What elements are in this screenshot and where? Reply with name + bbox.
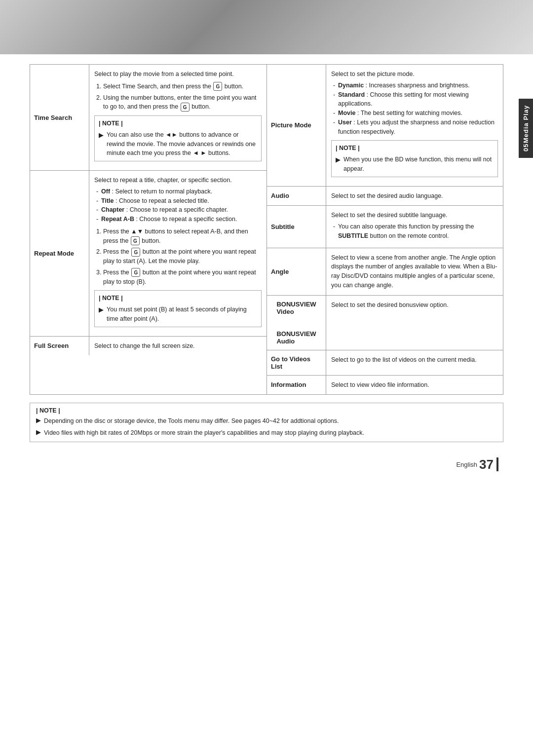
time-search-step1: Select Time Search, and then press the G…: [103, 82, 262, 91]
note-title-3: | NOTE |: [336, 144, 494, 153]
note-text-1: You can also use the ◄► buttons to advan…: [107, 130, 257, 158]
language-label: English: [456, 461, 477, 468]
chapter-title: Media Play: [522, 105, 530, 143]
bottom-note-text1: Depending on the disc or storage device,…: [44, 416, 339, 426]
picture-standard: Standard : Choose this setting for most …: [331, 90, 498, 109]
picture-user: User : Lets you adjust the sharpness and…: [331, 118, 498, 137]
time-search-step2: Using the number buttons, enter the time…: [103, 93, 262, 112]
subtitle-row: Subtitle Select to set the desired subti…: [267, 206, 503, 248]
subtitle-label: Subtitle: [267, 206, 326, 247]
angle-intro: Select to view a scene from another angl…: [331, 253, 498, 290]
information-content: Select to view video file information.: [326, 376, 503, 395]
time-search-label: Time Search: [30, 65, 89, 170]
note-title-2: | NOTE |: [99, 294, 257, 303]
content-area: Time Search Select to play the movie fro…: [0, 0, 533, 502]
subtitle-bullets: You can also operate this function by pr…: [331, 222, 498, 241]
picture-dynamic: Dynamic : Increases sharpness and bright…: [331, 81, 498, 90]
note-text-3: When you use the BD wise function, this …: [343, 155, 494, 174]
bottom-note-arrow1: ▶: [36, 416, 41, 424]
repeat-mode-note: | NOTE | ▶ You must set point (B) at lea…: [94, 290, 262, 327]
repeat-ab: Repeat A-B : Choose to repeat a specific…: [94, 215, 262, 224]
bonusview-content: Select to set the desired bonusview opti…: [326, 296, 503, 350]
full-screen-label: Full Screen: [30, 337, 89, 356]
time-search-intro: Select to play the movie from a selected…: [94, 70, 262, 79]
note-title-1: | NOTE |: [99, 119, 257, 128]
enter-btn-icon5: G: [131, 268, 140, 277]
page-footer-bar: [496, 457, 498, 471]
audio-label: Audio: [267, 187, 326, 206]
bottom-note-title: | NOTE |: [36, 407, 497, 414]
repeat-step2: Press the G button at the point where yo…: [103, 247, 262, 266]
information-row: Information Select to view video file in…: [267, 376, 503, 395]
bonusview-intro: Select to set the desired bonusview opti…: [331, 301, 498, 310]
enter-btn-icon4: G: [131, 248, 140, 257]
left-column: Time Search Select to play the movie fro…: [30, 64, 266, 395]
audio-intro: Select to set the desired audio language…: [331, 191, 498, 201]
note-item-3: ▶ When you use the BD wise function, thi…: [336, 155, 494, 174]
time-search-content: Select to play the movie from a selected…: [89, 65, 266, 170]
information-label: Information: [267, 376, 326, 395]
bottom-note-box: | NOTE | ▶ Depending on the disc or stor…: [30, 403, 503, 442]
full-screen-row: Full Screen Select to change the full sc…: [30, 337, 266, 356]
repeat-mode-content: Select to repeat a title, chapter, or sp…: [89, 171, 266, 336]
enter-btn-icon: G: [213, 82, 222, 91]
subtitle-intro: Select to set the desired subtitle langu…: [331, 211, 498, 220]
page-number: 37: [479, 457, 494, 472]
angle-content: Select to view a scene from another angl…: [326, 248, 503, 295]
picture-mode-bullets: Dynamic : Increases sharpness and bright…: [331, 81, 498, 137]
enter-btn-icon2: G: [181, 103, 190, 112]
repeat-mode-row: Repeat Mode Select to repeat a title, ch…: [30, 171, 266, 337]
angle-label: Angle: [267, 248, 326, 295]
repeat-mode-intro: Select to repeat a title, chapter, or sp…: [94, 176, 262, 185]
audio-row: Audio Select to set the desired audio la…: [267, 187, 503, 206]
goto-videos-content: Select to go to the list of videos on th…: [326, 350, 503, 375]
chapter-number: 05: [522, 143, 530, 151]
picture-mode-row: Picture Mode Select to set the picture m…: [267, 65, 503, 187]
chapter-tab: 05 Media Play: [519, 99, 533, 158]
full-screen-intro: Select to change the full screen size.: [94, 341, 262, 351]
note-item-1: ▶ You can also use the ◄► buttons to adv…: [99, 130, 257, 158]
time-search-row: Time Search Select to play the movie fro…: [30, 65, 266, 171]
right-column: Picture Mode Select to set the picture m…: [266, 64, 503, 395]
bonusview-row: BONUSVIEWVideo BONUSVIEWAudio Select to …: [267, 296, 503, 350]
enter-btn-icon3: G: [131, 236, 140, 245]
repeat-title: Title : Choose to repeat a selected titl…: [94, 196, 262, 206]
main-content-table: Time Search Select to play the movie fro…: [30, 64, 503, 395]
bonusview-label: BONUSVIEWVideo BONUSVIEWAudio: [267, 296, 326, 350]
goto-videos-row: Go to Videos List Select to go to the li…: [267, 350, 503, 376]
subtitle-content: Select to set the desired subtitle langu…: [326, 206, 503, 247]
picture-mode-label: Picture Mode: [267, 65, 326, 186]
repeat-off: Off : Select to return to normal playbac…: [94, 187, 262, 196]
note-text-2: You must set point (B) at least 5 second…: [107, 305, 257, 324]
page-footer: English 37: [30, 457, 503, 472]
repeat-mode-label: Repeat Mode: [30, 171, 89, 336]
audio-content: Select to set the desired audio language…: [326, 187, 503, 206]
goto-videos-label: Go to Videos List: [267, 350, 326, 375]
note-arrow-icon2: ▶: [99, 305, 104, 315]
repeat-chapter: Chapter : Choose to repeat a specific ch…: [94, 205, 262, 215]
repeat-step3: Press the G button at the point where yo…: [103, 268, 262, 287]
bottom-note-item2: ▶ Video files with high bit rates of 20M…: [36, 428, 497, 438]
note-arrow-icon3: ▶: [336, 155, 341, 165]
goto-videos-intro: Select to go to the list of videos on th…: [331, 355, 498, 365]
picture-mode-note: | NOTE | ▶ When you use the BD wise func…: [331, 140, 498, 177]
note-item-2: ▶ You must set point (B) at least 5 seco…: [99, 305, 257, 324]
angle-row: Angle Select to view a scene from anothe…: [267, 248, 503, 296]
picture-movie: Movie : The best setting for watching mo…: [331, 109, 498, 118]
repeat-step1: Press the ▲▼ buttons to select repeat A-…: [103, 227, 262, 246]
information-intro: Select to view video file information.: [331, 380, 498, 390]
bonusview-audio-label: BONUSVIEWAudio: [276, 330, 316, 345]
bonusview-video-label: BONUSVIEWVideo: [276, 301, 316, 330]
picture-mode-content: Select to set the picture mode. Dynamic …: [326, 65, 503, 186]
bottom-note-item1: ▶ Depending on the disc or storage devic…: [36, 416, 497, 426]
bottom-note-arrow2: ▶: [36, 428, 41, 436]
subtitle-note: You can also operate this function by pr…: [331, 222, 498, 241]
bottom-note-text2: Video files with high bit rates of 20Mbp…: [44, 428, 364, 438]
picture-mode-intro: Select to set the picture mode.: [331, 70, 498, 79]
time-search-note: | NOTE | ▶ You can also use the ◄► butto…: [94, 115, 262, 161]
note-arrow-icon: ▶: [99, 130, 104, 140]
full-screen-content: Select to change the full screen size.: [89, 337, 266, 356]
repeat-mode-bullets: Off : Select to return to normal playbac…: [94, 187, 262, 224]
